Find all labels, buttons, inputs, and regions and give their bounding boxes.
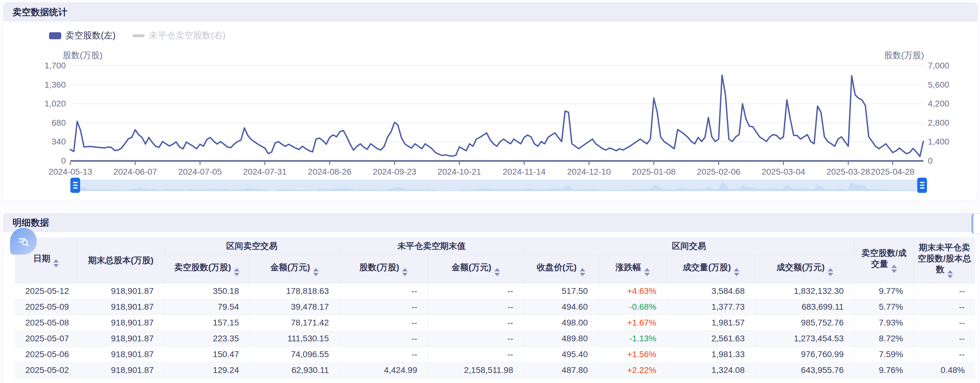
- column-header[interactable]: 涨跌幅: [598, 255, 667, 283]
- table-area: 日期期末总股本(万股)区间卖空交易未平仓卖空期末值区间交易卖空股数/成交量期末未…: [3, 232, 977, 378]
- table-cell: --: [339, 299, 428, 315]
- column-header[interactable]: 收盘价(元): [523, 255, 598, 283]
- right-y-tick-label: 0: [928, 156, 974, 166]
- table-cell: 918,901.87: [77, 283, 164, 299]
- table-cell: 62,930.11: [250, 362, 339, 378]
- table-cell: 1,832,132.30: [755, 283, 854, 299]
- table-cell: --: [428, 283, 523, 299]
- column-group-header: 区间交易: [523, 237, 854, 255]
- datazoom-slider[interactable]: [70, 177, 927, 193]
- table-cell: --: [913, 283, 975, 299]
- x-axis-tick-label: 2024-08-26: [293, 167, 366, 177]
- column-header[interactable]: 成交额(万元): [755, 255, 854, 283]
- datazoom-track[interactable]: [75, 179, 922, 191]
- table-cell: 918,901.87: [77, 362, 164, 378]
- table-cell: 79.54: [164, 299, 250, 315]
- table-cell: 495.40: [523, 347, 598, 362]
- table-cell: --: [428, 315, 523, 331]
- sort-carets-icon[interactable]: [947, 270, 953, 279]
- table-row: 2025-05-07918,901.87223.35111,530.15----…: [15, 331, 975, 347]
- sort-carets-icon[interactable]: [828, 268, 833, 276]
- table-cell: --: [339, 283, 428, 299]
- table-cell: --: [428, 331, 523, 347]
- table-cell: 157.15: [164, 315, 250, 331]
- column-header[interactable]: 金额(万元): [250, 255, 339, 283]
- list-search-icon: [17, 234, 30, 248]
- table-cell: 498.00: [523, 315, 598, 331]
- sort-carets-icon[interactable]: [234, 268, 239, 276]
- table-cell: 2025-05-12: [15, 283, 77, 299]
- table-cell: 9.76%: [854, 362, 913, 378]
- table-cell: 4,424.99: [339, 362, 428, 378]
- table-cell: 223.35: [164, 331, 250, 347]
- sort-carets-icon[interactable]: [734, 268, 739, 276]
- table-cell: --: [913, 331, 975, 347]
- table-cell: 985,752.76: [755, 315, 854, 331]
- column-header[interactable]: 金额(万元): [428, 255, 523, 283]
- sort-carets-icon[interactable]: [313, 268, 319, 276]
- left-y-tick-label: 1,020: [20, 99, 66, 109]
- chart-panel-title: 卖空数据统计: [13, 6, 67, 19]
- table-cell: 5.77%: [854, 299, 913, 315]
- table-cell: 918,901.87: [77, 331, 164, 347]
- table-cell: 976,760.99: [755, 347, 854, 362]
- sort-carets-icon[interactable]: [891, 265, 897, 273]
- table-cell: 8.72%: [854, 331, 913, 347]
- table-cell: 150.47: [164, 347, 250, 362]
- x-axis-tick-label: 2025-02-06: [682, 167, 755, 177]
- table-cell: 111,530.15: [250, 331, 339, 347]
- x-axis-tick-label: 2024-07-05: [164, 167, 237, 177]
- datazoom-left-handle-icon[interactable]: [70, 178, 80, 193]
- table-panel-title: 明细数据: [13, 217, 49, 229]
- left-y-tick-label: 340: [20, 137, 66, 147]
- change-percent-cell: -0.68%: [598, 299, 667, 315]
- table-row: 2025-05-08918,901.87157.1578,171.42----4…: [15, 315, 975, 331]
- table-cell: --: [913, 299, 975, 315]
- column-header[interactable]: 卖空股数/成交量: [854, 237, 913, 283]
- table-right-edge-widget[interactable]: [972, 213, 980, 234]
- table-cell: 0.48%: [913, 362, 975, 378]
- x-axis-tick-label: 2024-05-13: [34, 167, 107, 177]
- sort-carets-icon[interactable]: [402, 268, 407, 276]
- column-header: 期末总股本(万股): [77, 237, 164, 283]
- table-cell: 683,699.11: [755, 299, 854, 315]
- change-percent-cell: +1.67%: [598, 315, 667, 331]
- table-cell: 1,377.73: [667, 299, 755, 315]
- table-search-badge[interactable]: [10, 228, 37, 255]
- table-row: 2025-05-09918,901.8779.5439,478.17----49…: [15, 299, 975, 315]
- x-axis-tick-label: 2024-09-23: [358, 167, 431, 177]
- table-cell: 1,981.33: [667, 347, 755, 362]
- table-cell: 129.24: [164, 362, 250, 378]
- table-cell: 39,478.17: [250, 299, 339, 315]
- table-cell: 2025-05-08: [15, 315, 77, 331]
- datazoom-right-handle-icon[interactable]: [917, 178, 927, 193]
- sort-carets-icon[interactable]: [495, 268, 500, 276]
- left-y-tick-label: 0: [20, 156, 66, 166]
- sort-carets-icon[interactable]: [53, 259, 59, 267]
- short-data-stats-panel: 卖空数据统计 卖空股数(左) 未平仓卖空股数(右) 股数(万股) 股数(万股) …: [3, 2, 978, 201]
- column-header[interactable]: 成交量(万股): [667, 255, 755, 283]
- left-y-tick-label: 680: [20, 118, 66, 128]
- table-cell: 487.80: [523, 362, 598, 378]
- table-cell: 2,158,511.98: [428, 362, 523, 378]
- sort-carets-icon[interactable]: [580, 268, 585, 276]
- detail-data-panel: 明细数据 日期期末总股本(万股)区间卖空交易未平仓卖空期末值区间交易卖空股数/成…: [3, 213, 978, 383]
- column-group-header: 未平仓卖空期末值: [339, 237, 523, 255]
- change-percent-cell: -1.13%: [598, 331, 667, 347]
- sort-carets-icon[interactable]: [644, 268, 650, 276]
- right-y-tick-label: 5,600: [928, 80, 974, 90]
- table-cell: 643,955.76: [755, 362, 854, 378]
- chart-panel-header: 卖空数据统计: [3, 3, 977, 22]
- change-percent-cell: +4.63%: [598, 283, 667, 299]
- column-header[interactable]: 期末未平仓卖空股数/股本总数: [913, 237, 975, 283]
- x-axis-tick-label: 2024-07-31: [228, 167, 301, 177]
- column-header[interactable]: 卖空股数(万股): [164, 255, 250, 283]
- table-row: 2025-05-06918,901.87150.4774,096.55----4…: [15, 347, 975, 362]
- table-cell: 78,171.42: [250, 315, 339, 331]
- column-header[interactable]: 股数(万股): [339, 255, 428, 283]
- table-cell: 2025-05-07: [15, 331, 77, 347]
- right-y-tick-label: 1,400: [928, 137, 974, 147]
- short-shares-line-series: [70, 75, 923, 157]
- table-cell: --: [339, 331, 428, 347]
- table-cell: 1,273,454.53: [755, 331, 854, 347]
